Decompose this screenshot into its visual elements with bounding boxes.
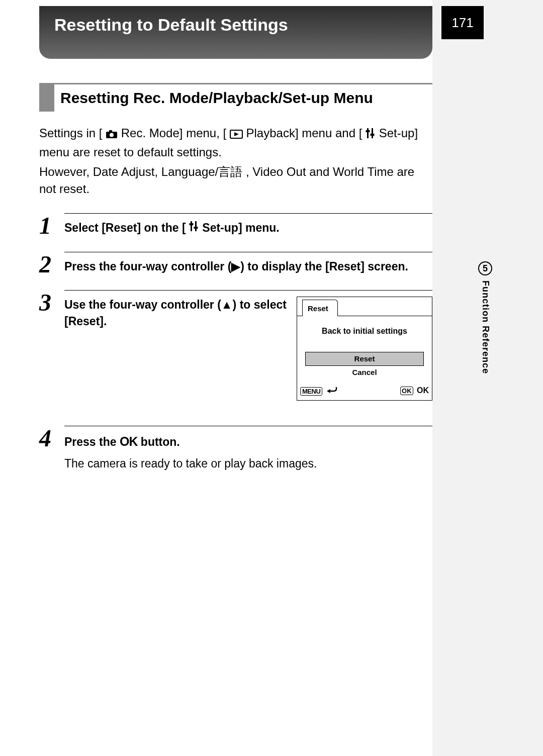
- lcd-tab: Reset: [302, 300, 338, 316]
- step-4: 4 Press the OK button. The camera is rea…: [39, 426, 432, 472]
- step-1: 1 Select [Reset] on the [ Set-up] menu.: [39, 213, 432, 236]
- ok-button-label: OK: [400, 387, 413, 395]
- svg-rect-5: [367, 128, 369, 138]
- menu-button-label: MENU: [300, 387, 322, 396]
- intro-text: Settings in [ Rec. Mode] menu, [ Playbac…: [39, 125, 432, 198]
- lcd-option-cancel: Cancel: [301, 366, 428, 382]
- svg-marker-13: [327, 389, 330, 393]
- return-icon: [327, 384, 338, 397]
- lcd-screenshot: Reset Back to initial settings Reset Can…: [297, 297, 432, 401]
- svg-rect-12: [194, 227, 198, 229]
- setup-icon: [189, 221, 202, 234]
- chapter-header: Resetting to Default Settings: [39, 6, 432, 59]
- lcd-option-reset: Reset: [305, 352, 424, 366]
- section-title: Resetting Rec. Mode/Playback/Set-up Menu: [54, 84, 373, 112]
- svg-rect-6: [366, 130, 370, 132]
- chapter-number: 5: [478, 261, 492, 275]
- lcd-message: Back to initial settings: [301, 325, 428, 337]
- ok-icon: OK: [120, 434, 138, 448]
- svg-marker-4: [234, 132, 239, 136]
- side-tab: 5 Function Reference: [475, 261, 496, 374]
- setup-icon: [366, 126, 376, 144]
- svg-rect-8: [371, 134, 375, 136]
- playback-icon: [230, 126, 243, 144]
- camera-icon: [106, 126, 118, 144]
- chapter-label: Function Reference: [480, 280, 491, 374]
- svg-rect-7: [372, 128, 373, 138]
- section-header: Resetting Rec. Mode/Playback/Set-up Menu: [39, 83, 432, 112]
- step-3: 3 Use the four-way controller (▲) to sel…: [39, 290, 432, 401]
- svg-point-2: [110, 133, 114, 137]
- svg-rect-10: [189, 223, 193, 225]
- chapter-title: Resetting to Default Settings: [54, 15, 288, 34]
- page-number: 171: [441, 6, 484, 39]
- svg-rect-11: [195, 221, 197, 231]
- step-4-note: The camera is ready to take or play back…: [64, 455, 432, 472]
- svg-rect-1: [109, 130, 112, 132]
- step-2: 2 Press the four-way controller (▶) to d…: [39, 252, 432, 275]
- svg-rect-9: [191, 221, 192, 231]
